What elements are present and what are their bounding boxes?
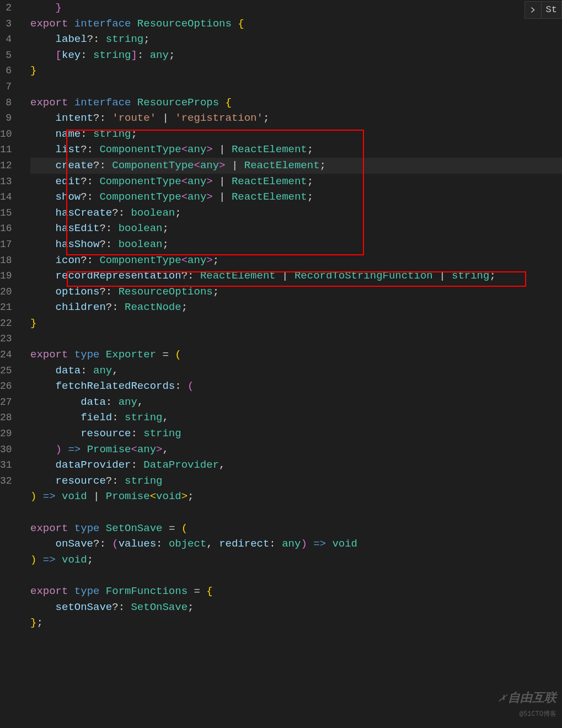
line-number: 9 [0,110,12,126]
code-content[interactable]: } export interface ResourceOptions { lab… [14,0,562,728]
watermark-sub: @51CTO博客 [520,706,556,722]
line-number: 18 [0,253,12,269]
line-number: 4 [0,31,12,47]
line-number: 21 [0,299,12,315]
line-number: 14 [0,189,12,205]
line-numbers: 2345678910111213141516171819202122232425… [0,0,14,728]
line-number: 24 [0,347,12,363]
line-number: 19 [0,268,12,284]
line-number: 16 [0,221,12,237]
line-number: 11 [0,142,12,158]
code-editor[interactable]: 2345678910111213141516171819202122232425… [0,0,562,728]
line-number: 23 [0,331,12,347]
line-number: 2 [0,0,12,16]
line-number: 20 [0,284,12,300]
line-number: 13 [0,174,12,190]
watermark-main: 自由互联 [508,692,556,705]
line-number: 5 [0,47,12,63]
breadcrumb-pill: St [524,1,562,19]
line-number: 6 [0,63,12,79]
line-number: 30 [0,442,12,458]
line-number: 3 [0,16,12,32]
line-number: 15 [0,205,12,221]
line-number: 29 [0,426,12,442]
line-number: 7 [0,79,12,95]
line-number: 10 [0,126,12,142]
line-number: 32 [0,473,12,489]
line-number: 17 [0,237,12,253]
line-number: 26 [0,378,12,394]
line-number: 27 [0,394,12,410]
chevron-right-icon[interactable] [525,2,542,18]
line-number: 31 [0,457,12,473]
watermark: ✗自由互联 @51CTO博客 [499,691,556,722]
line-number: 28 [0,410,12,426]
line-number: 8 [0,95,12,111]
breadcrumb-label[interactable]: St [542,2,561,18]
line-number: 25 [0,363,12,379]
line-number: 12 [0,158,12,174]
line-number: 22 [0,315,12,331]
